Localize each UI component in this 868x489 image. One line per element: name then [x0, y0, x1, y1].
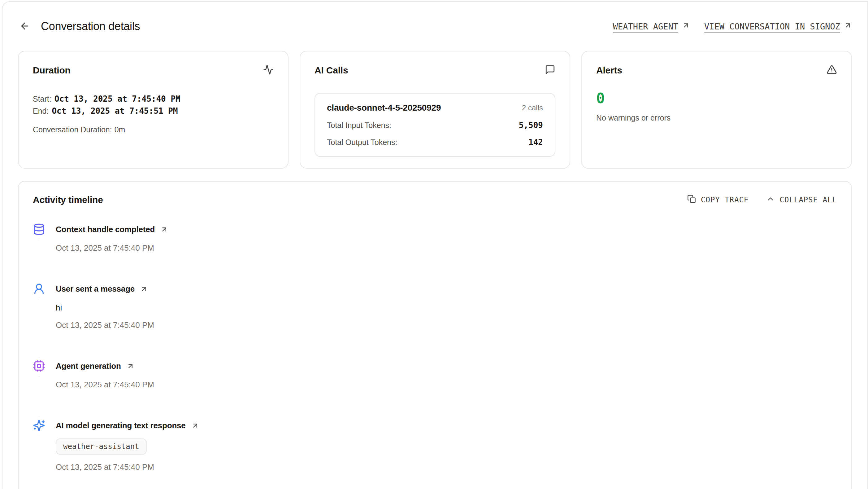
cpu-icon	[33, 360, 45, 372]
header-links: WEATHER AGENT VIEW CONVERSATION IN SIGNO…	[613, 21, 852, 31]
duration-end-row: End:Oct 13, 2025 at 7:45:51 PM	[33, 105, 274, 117]
external-link-icon	[140, 285, 148, 293]
arrow-left-icon	[20, 21, 30, 32]
timeline-connector	[39, 240, 39, 280]
input-tokens-label: Total Input Tokens:	[327, 121, 391, 130]
timeline-entry-timestamp: Oct 13, 2025 at 7:45:40 PM	[56, 462, 837, 472]
timeline-entry-link[interactable]: User sent a message	[56, 283, 837, 295]
output-tokens-label: Total Output Tokens:	[327, 138, 397, 147]
timeline-list: Context handle completed Oct 13, 2025 at…	[33, 223, 837, 489]
activity-timeline-card: Activity timeline COPY TRACE COLLAPSE AL…	[18, 181, 852, 489]
database-icon	[33, 223, 45, 235]
alert-message: No warnings or errors	[596, 113, 837, 122]
collapse-all-button[interactable]: COLLAPSE ALL	[766, 195, 837, 205]
timeline-entry: Agent generation Oct 13, 2025 at 7:45:40…	[33, 360, 837, 419]
user-icon	[33, 283, 45, 295]
conversation-duration-value: 0m	[115, 125, 125, 134]
summary-cards: Duration Start:Oct 13, 2025 at 7:45:40 P…	[18, 51, 852, 169]
timeline-title: Activity timeline	[33, 195, 103, 205]
sparkles-icon	[33, 419, 45, 432]
view-conversation-signoz-link[interactable]: VIEW CONVERSATION IN SIGNOZ	[704, 21, 852, 31]
conversation-duration-row: Conversation Duration:0m	[33, 125, 274, 134]
external-link-icon	[682, 21, 690, 31]
timeline-entry: User sent a message hi Oct 13, 2025 at 7…	[33, 283, 837, 360]
duration-start-row: Start:Oct 13, 2025 at 7:45:40 PM	[33, 93, 274, 105]
external-link-icon	[160, 226, 168, 233]
end-label: End:	[33, 107, 49, 115]
copy-trace-button[interactable]: COPY TRACE	[687, 195, 749, 205]
input-tokens-value: 5,509	[519, 120, 543, 130]
external-link-icon	[191, 422, 199, 430]
timeline-connector	[39, 299, 39, 357]
output-tokens-row: Total Output Tokens: 142	[327, 138, 543, 147]
timeline-entry-link[interactable]: AI model generating text response	[56, 419, 837, 432]
start-value: Oct 13, 2025 at 7:45:40 PM	[55, 94, 181, 104]
timeline-entry: AI model generating text response weathe…	[33, 419, 837, 489]
external-link-icon	[127, 362, 134, 370]
alerts-card: Alerts 0 No warnings or errors	[581, 51, 852, 169]
duration-card-title: Duration	[33, 65, 70, 76]
timeline-entry-link[interactable]: Agent generation	[56, 360, 837, 372]
timeline-connector	[39, 436, 39, 489]
ai-calls-card-title: AI Calls	[314, 65, 348, 76]
external-link-icon	[844, 21, 852, 31]
main-panel: Conversation details WEATHER AGENT VIEW …	[2, 1, 868, 489]
timeline-connector	[39, 376, 39, 417]
conversation-duration-label: Conversation Duration:	[33, 125, 112, 134]
page-header: Conversation details WEATHER AGENT VIEW …	[18, 2, 852, 51]
agent-badge-row: weather-assistant	[56, 438, 837, 455]
timeline-entry-timestamp: Oct 13, 2025 at 7:45:40 PM	[56, 320, 837, 330]
model-call-count: 2 calls	[522, 104, 543, 112]
start-label: Start:	[33, 94, 52, 103]
timeline-entry-link[interactable]: Context handle completed	[56, 223, 837, 235]
message-square-icon	[545, 64, 555, 76]
chevron-up-icon	[766, 195, 775, 205]
model-usage-box: claude-sonnet-4-5-20250929 2 calls Total…	[314, 93, 555, 157]
timeline-entry-timestamp: Oct 13, 2025 at 7:45:40 PM	[56, 243, 837, 253]
copy-icon	[687, 195, 696, 205]
ai-calls-card: AI Calls claude-sonnet-4-5-20250929 2 ca…	[300, 51, 570, 169]
alert-count: 0	[596, 90, 837, 107]
output-tokens-value: 142	[528, 138, 543, 147]
weather-agent-link[interactable]: WEATHER AGENT	[613, 21, 690, 31]
back-button[interactable]	[18, 20, 32, 33]
end-value: Oct 13, 2025 at 7:45:51 PM	[52, 106, 178, 116]
input-tokens-row: Total Input Tokens: 5,509	[327, 120, 543, 130]
page-title: Conversation details	[41, 20, 140, 33]
agent-name-badge: weather-assistant	[56, 438, 147, 455]
duration-card: Duration Start:Oct 13, 2025 at 7:45:40 P…	[18, 51, 288, 169]
activity-icon	[263, 64, 274, 76]
model-name: claude-sonnet-4-5-20250929	[327, 103, 441, 113]
timeline-entry: Context handle completed Oct 13, 2025 at…	[33, 223, 837, 283]
alerts-card-title: Alerts	[596, 65, 622, 76]
timeline-entry-timestamp: Oct 13, 2025 at 7:45:40 PM	[56, 380, 837, 390]
user-message-text: hi	[56, 303, 837, 313]
alert-triangle-icon	[827, 64, 837, 76]
